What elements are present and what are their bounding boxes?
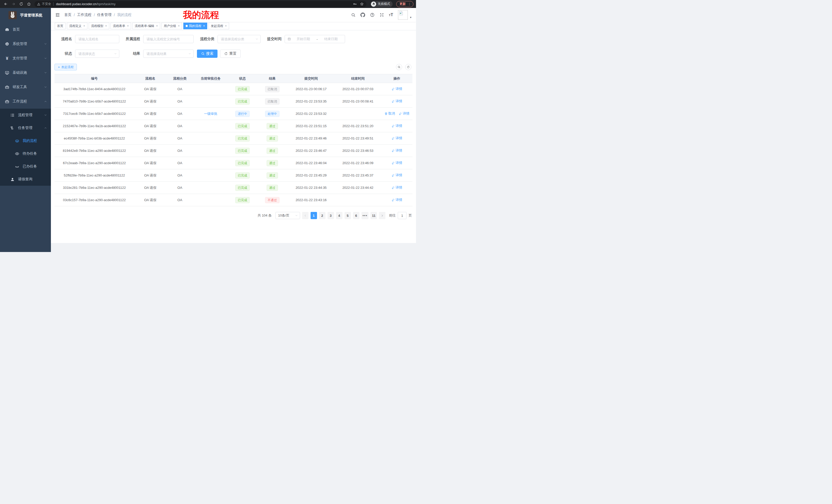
tab-home[interactable]: 首页 [55, 23, 66, 29]
browser-update-button[interactable]: 更新 ⋮ [396, 1, 413, 7]
back-icon[interactable] [3, 1, 9, 7]
font-size-icon[interactable]: TT [389, 12, 393, 17]
breadcrumb-item-task-mgmt[interactable]: 任务管理 [97, 12, 111, 17]
cell-id: 7317cec6-7b9b-11ec-b5b7-acde48001122 [54, 108, 134, 120]
sidebar-item-system[interactable]: 系统管理 [0, 37, 51, 51]
password-key-icon[interactable] [353, 2, 357, 6]
tab-process-form[interactable]: 流程表单× [110, 23, 131, 29]
page-button-6[interactable]: 6 [353, 212, 359, 219]
col-status: 状态 [228, 74, 257, 83]
start-process-button[interactable]: + 发起流程 [54, 64, 77, 71]
cell-status: 已完成 [228, 120, 257, 132]
page-button-1[interactable]: 1 [311, 212, 317, 219]
search-icon[interactable] [351, 12, 356, 17]
sidebar-item-process-mgmt[interactable]: 流程管理 [0, 109, 51, 121]
cell-id: 67c2eaab-7b9a-11ec-a290-acde48001122 [54, 157, 134, 169]
github-icon[interactable] [361, 12, 365, 17]
fullscreen-icon[interactable] [380, 12, 384, 17]
detail-action-link[interactable]: 详情 [392, 123, 402, 128]
close-icon[interactable]: × [105, 24, 107, 27]
tab-process-definition[interactable]: 流程定义× [67, 23, 87, 29]
date-range-picker[interactable]: 开始日期 - 结束日期 [285, 35, 345, 43]
tab-my-process[interactable]: 我的流程× [183, 23, 207, 29]
main-area: 首页 / 工作流程 / 任务管理 / 我的流程 我的流程 TT [51, 8, 416, 252]
detail-action-link[interactable]: 详情 [392, 136, 402, 141]
refresh-table-button[interactable] [405, 64, 411, 70]
category-select[interactable] [218, 35, 260, 43]
sidebar-item-task-mgmt[interactable]: 任务管理 [0, 121, 51, 134]
page-button-3[interactable]: 3 [328, 212, 334, 219]
close-icon[interactable]: × [178, 24, 180, 27]
process-name-input[interactable] [75, 35, 119, 43]
bookmark-star-icon[interactable] [360, 2, 364, 6]
status-select[interactable] [75, 50, 119, 58]
show-search-button[interactable] [396, 64, 402, 70]
detail-label: 详情 [396, 173, 402, 177]
cancel-action-link[interactable]: 取消 [384, 111, 395, 116]
logo[interactable]: 芋道管理系统 [0, 8, 51, 22]
sidebar-item-label: 支付管理 [12, 56, 27, 61]
sidebar-item-infrastructure[interactable]: 基础设施 [0, 65, 51, 80]
sidebar-item-done-task[interactable]: 已办任务 [0, 160, 51, 173]
breadcrumb-separator: / [94, 13, 95, 17]
address-bar[interactable]: 不安全 dashboard.yudao.iocoder.cn/bpm/task/… [34, 1, 366, 7]
browser-menu-icon[interactable]: ⋮ [408, 2, 411, 6]
detail-action-link[interactable]: 详情 [392, 198, 402, 202]
close-icon[interactable]: × [83, 24, 85, 27]
page-button-11[interactable]: 11 [370, 212, 377, 219]
home-icon[interactable] [26, 1, 32, 7]
close-icon[interactable]: × [156, 24, 158, 27]
current-task-link[interactable]: 一级审批 [204, 112, 217, 116]
chevron-up-icon [44, 100, 47, 103]
breadcrumb-item-workflow[interactable]: 工作流程 [77, 12, 92, 17]
help-icon[interactable] [370, 12, 374, 17]
navbar: 首页 / 工作流程 / 任务管理 / 我的流程 我的流程 TT [51, 8, 416, 22]
sidebar-item-label: 基础设施 [12, 71, 27, 75]
detail-action-link[interactable]: 详情 [392, 185, 402, 190]
sidebar-item-workflow[interactable]: 工作流程 [0, 94, 51, 109]
detail-action-link[interactable]: 详情 [392, 161, 402, 165]
status-label: 状态 [54, 51, 75, 56]
detail-action-link[interactable]: 详情 [392, 173, 402, 177]
sidebar-item-payment[interactable]: ¥支付管理 [0, 51, 51, 65]
detail-action-link[interactable]: 详情 [392, 99, 402, 104]
reset-button[interactable]: 重置 [220, 50, 241, 58]
process-definition-input[interactable] [144, 35, 193, 43]
goto-page-input[interactable] [398, 212, 407, 219]
tab-start-process[interactable]: 发起流程× [209, 23, 229, 29]
user-avatar-menu[interactable]: ▼ [398, 10, 412, 20]
next-page-button[interactable] [379, 212, 385, 219]
prev-page-button[interactable] [302, 212, 309, 219]
detail-action-link[interactable]: 详情 [392, 87, 402, 91]
pager-more-button[interactable]: ●●● [362, 212, 368, 219]
sidebar-item-leave-query[interactable]: 请假查询 [0, 173, 51, 186]
result-select[interactable] [144, 50, 193, 58]
page-button-4[interactable]: 4 [336, 212, 342, 219]
close-icon[interactable]: × [203, 24, 205, 27]
sidebar-item-dev-tools[interactable]: 研发工具 [0, 80, 51, 94]
sidebar-item-my-process[interactable]: 我的流程 [0, 134, 51, 147]
forward-icon[interactable] [10, 1, 17, 7]
close-icon[interactable]: × [225, 24, 227, 27]
sidebar-collapse-icon[interactable] [55, 12, 60, 18]
result-tag: 不通过 [265, 197, 280, 203]
page-button-5[interactable]: 5 [344, 212, 351, 219]
search-button[interactable]: 搜索 [197, 50, 217, 58]
close-icon[interactable]: × [127, 24, 129, 27]
sidebar-item-todo-task[interactable]: 待办任务 [0, 147, 51, 160]
sidebar-item-home[interactable]: 首页 [0, 22, 51, 37]
tab-process-form-edit[interactable]: 流程表单-编辑× [132, 23, 160, 29]
end-date-placeholder[interactable]: 结束日期 [320, 37, 342, 41]
page-button-2[interactable]: 2 [319, 212, 326, 219]
detail-action-link[interactable]: 详情 [392, 148, 402, 153]
breadcrumb-item-home[interactable]: 首页 [64, 12, 72, 17]
reload-icon[interactable] [18, 1, 24, 7]
cell-result: 已取消 [257, 83, 288, 95]
detail-action-link[interactable]: 详情 [399, 111, 410, 116]
breadcrumb-item-current: 我的流程 [117, 12, 132, 17]
start-date-placeholder[interactable]: 开始日期 [292, 37, 314, 41]
tab-process-model[interactable]: 流程模型× [89, 23, 109, 29]
page-size-select[interactable]: 10条/页 [275, 212, 300, 219]
tab-user-group[interactable]: 用户分组× [161, 23, 182, 29]
tab-label: 首页 [57, 24, 63, 28]
